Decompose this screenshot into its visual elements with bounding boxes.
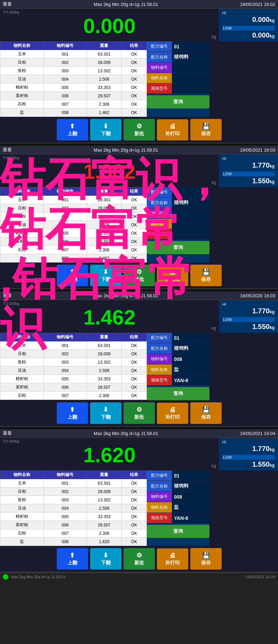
table-cell: 005 [43, 513, 87, 521]
table-cell: 28.507 [87, 92, 122, 100]
btn-补打印-4[interactable]: 🖨补打印 [157, 548, 188, 570]
table-row: 鱼粉00313.302OK [0, 212, 147, 221]
table-cell: OK [121, 58, 146, 67]
btn-补打印-3[interactable]: 🖨补打印 [157, 403, 188, 424]
btn-新批-2[interactable]: ⚙新批 [124, 265, 155, 286]
weight-value: 1.462 [83, 307, 135, 328]
btn-上翻-4[interactable]: ⬆上翻 [57, 548, 88, 570]
table-cell: 豆油 [0, 75, 44, 83]
btn-新批-4[interactable]: ⚙新批 [124, 548, 155, 570]
table-row: 豆油0042.508OK [0, 221, 147, 229]
table-cell: 石粉 [0, 529, 44, 538]
btn-下翻-1[interactable]: ⬇下翻 [90, 119, 121, 140]
btn-补打印-1[interactable]: 🖨补打印 [157, 119, 188, 140]
topbar-right: 19/05/2021 16:02 [240, 2, 275, 7]
table-info-row-4: 物料名称物料编号重量结果玉米00163.301OK豆粕00228.009OK鱼粉… [0, 470, 278, 546]
table-row: 棉籽粕00533.353OK [0, 229, 147, 238]
btn-保存-4[interactable]: 💾保存 [190, 548, 222, 570]
table-cell: OK [121, 529, 146, 538]
topbar-center: Max 2kg Min 20g d=1g J1.58.01 [94, 2, 158, 7]
table-cell: 2.306 [87, 529, 122, 538]
btn-icon: 🖨 [169, 406, 176, 413]
btn-上翻-2[interactable]: ⬆上翻 [57, 265, 88, 286]
btn-新批-3[interactable]: ⚙新批 [124, 402, 155, 424]
topbar-left: 重量 [3, 430, 12, 436]
table-cell: 石粉 [0, 100, 44, 108]
weight-side-2: HI 1.770kg LOW 1.550kg [219, 154, 278, 187]
weight-side-3: HI 1.770kg LOW 1.550kg [219, 300, 278, 333]
btn-icon: 🖨 [169, 123, 176, 130]
table-cell: 002 [43, 488, 87, 496]
low-label: LOW [222, 171, 275, 176]
table-cell: 菜籽粕 [0, 383, 44, 392]
btn-icon: 💾 [202, 122, 210, 130]
btn-上翻-3[interactable]: ⬆上翻 [57, 402, 88, 424]
btn-下翻-4[interactable]: ⬇下翻 [90, 548, 121, 570]
table-row: 豆粕00228.009OK [0, 58, 147, 67]
info-value: 猪饲料 [172, 52, 209, 62]
table-cell: 1.620 [87, 538, 122, 546]
table-cell: 豆油 [0, 221, 44, 229]
query-button[interactable]: 查询 [147, 387, 209, 400]
table-cell: 豆油 [0, 367, 44, 375]
btn-补打印-2[interactable]: 🖨补打印 [157, 265, 188, 286]
table-row: 石粉0072.306OK [0, 392, 147, 400]
table-cell: OK [121, 204, 146, 212]
table-cell: 28.009 [87, 204, 122, 212]
info-row: 物料名称 [147, 73, 209, 83]
btn-下翻-2[interactable]: ⬇下翻 [90, 265, 121, 286]
table-cell: OK [121, 383, 146, 392]
data-table-1: 物料名称物料编号重量结果玉米00163.301OK豆粕00228.009OK鱼粉… [0, 41, 147, 117]
btn-label: 保存 [201, 560, 211, 566]
hi-label: HI [222, 11, 275, 15]
weight-unit: kg [212, 180, 216, 185]
btn-icon: ⬆ [70, 406, 75, 413]
table-cell: 石粉 [0, 246, 44, 254]
table-row: 棉籽粕00533.353OK [0, 513, 147, 521]
weight-side-4: HI 1.770kg LOW 1.550kg [219, 438, 278, 470]
table-row: 棉籽粕00533.353OK [0, 375, 147, 383]
info-panel-1: 配方编号 01 配方名称 猪饲料 物料编号 物料名称 规格型号 查询 [147, 41, 209, 117]
table-row: 豆油0042.508OK [0, 504, 147, 513]
table-cell: 2.508 [87, 75, 122, 83]
btn-保存-3[interactable]: 💾保存 [190, 402, 222, 424]
topbar-right: 19/05/2021 16:04 [240, 431, 275, 436]
low-value: 1.550kg [222, 323, 275, 331]
info-panel-4: 配方编号 01 配方名称 猪饲料 物料编号 008 物料名称 盐 规格型号 YA… [147, 470, 209, 546]
btn-保存-2[interactable]: 💾保存 [190, 265, 222, 286]
btn-bar-4: ⬆上翻⬇下翻⚙新批🖨补打印💾保存 [0, 546, 278, 572]
info-row: 物料编号 008 [147, 492, 209, 502]
table-cell: 28.507 [87, 383, 122, 392]
table-cell: 33.353 [87, 513, 122, 521]
weight-label: T:0.000kg [3, 10, 19, 14]
table-cell: 豆油 [0, 504, 44, 513]
weight-main-4: T:0.000kg 1.620 kg [0, 438, 219, 470]
table-cell: 003 [43, 67, 87, 75]
data-table-2: 物料名称物料编号重量结果玉米00163.301OK豆粕00228.009OK鱼粉… [0, 187, 147, 263]
info-row: 规格型号 YAN-8 [147, 375, 209, 386]
btn-新批-1[interactable]: ⚙新批 [124, 119, 155, 140]
btn-label: 下翻 [101, 560, 111, 566]
btn-label: 下翻 [101, 414, 111, 420]
query-button[interactable]: 查询 [147, 525, 209, 538]
table-wrap-3: 物料名称物料编号重量结果玉米00163.301OK豆粕00228.009OK鱼粉… [0, 333, 147, 400]
btn-下翻-3[interactable]: ⬇下翻 [90, 402, 121, 424]
table-cell: 2.306 [87, 392, 122, 400]
btn-保存-1[interactable]: 💾保存 [190, 119, 222, 140]
hi-label: HI [222, 440, 275, 444]
btn-上翻-1[interactable]: ⬆上翻 [57, 119, 88, 140]
query-button[interactable]: 查询 [147, 241, 209, 254]
btn-icon: ⬆ [70, 552, 75, 559]
table-row: 玉米00163.301OK [0, 479, 147, 488]
info-row: 配方编号 01 [147, 333, 209, 343]
btn-icon: ⬇ [103, 122, 108, 130]
low-label: LOW [222, 26, 275, 31]
btn-icon: ⬆ [70, 268, 75, 276]
query-button[interactable]: 查询 [147, 95, 209, 108]
table-info-row-3: 物料名称物料编号重量结果玉米00163.301OK豆粕00228.009OK鱼粉… [0, 333, 278, 400]
info-value: 猪饲料 [172, 481, 209, 491]
weight-main-1: T:0.000kg 0.000 kg [0, 9, 219, 41]
info-value: 猪饲料 [172, 198, 209, 208]
info-label: 配方编号 [147, 470, 172, 481]
status-indicator [3, 574, 8, 580]
